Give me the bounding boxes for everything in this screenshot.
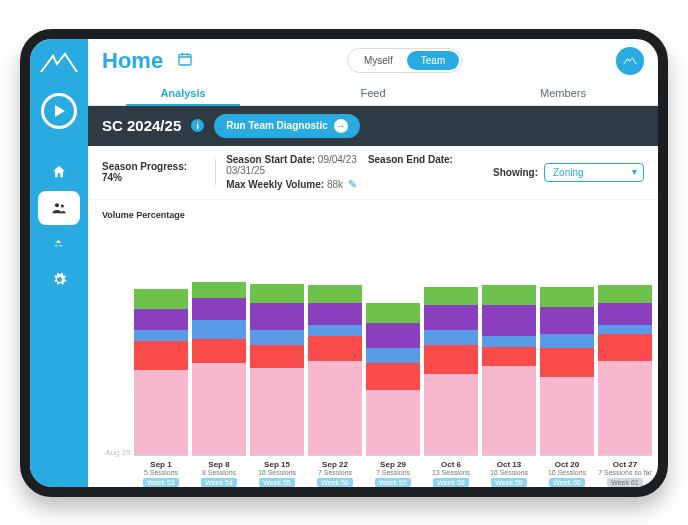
bar-segment xyxy=(366,363,420,390)
svg-rect-2 xyxy=(179,54,191,65)
bar-segment xyxy=(598,303,652,325)
prev-week-ghost: Aug 25 xyxy=(102,448,134,457)
info-icon[interactable]: i xyxy=(191,119,204,132)
bar-sessions: 5 Sessions xyxy=(144,469,178,476)
bar-week[interactable]: Oct 277 Sessions so farWeek 61 xyxy=(598,276,652,487)
bar-date: Oct 27 xyxy=(613,460,637,469)
max-volume-label: Max Weekly Volume: xyxy=(226,179,324,190)
nav-home[interactable] xyxy=(38,155,80,189)
bar-date: Sep 1 xyxy=(150,460,171,469)
end-date-label: Season End Date: xyxy=(368,154,453,165)
week-badge[interactable]: Week 57 xyxy=(375,478,411,487)
start-date-label: Season Start Date: xyxy=(226,154,315,165)
progress-label: Season Progress: xyxy=(102,161,187,172)
week-badge[interactable]: Week 56 xyxy=(317,478,353,487)
play-icon xyxy=(55,105,65,117)
bar-segment xyxy=(424,345,478,374)
nav-team[interactable] xyxy=(38,191,80,225)
bar-segment xyxy=(134,330,188,341)
chart-section: Volume Percentage Aug 25 Sep 15 Sessions… xyxy=(88,200,658,487)
week-badge[interactable]: Week 61 xyxy=(607,478,643,487)
bar-segment xyxy=(134,289,188,309)
tab-members[interactable]: Members xyxy=(468,79,658,105)
arrow-right-icon: → xyxy=(334,119,348,133)
end-date-value: 03/31/25 xyxy=(226,165,265,176)
bar-date: Oct 6 xyxy=(441,460,461,469)
bar-sessions: 8 Sessions xyxy=(202,469,236,476)
bar-week[interactable]: Oct 2010 SessionsWeek 60 xyxy=(540,276,594,487)
bar-segment xyxy=(424,374,478,455)
bar-segment xyxy=(540,307,594,334)
main-content: Home Myself Team Analysis Feed Members S… xyxy=(88,39,658,487)
bar-week[interactable]: Sep 227 SessionsWeek 56 xyxy=(308,276,362,487)
bar-date: Oct 13 xyxy=(497,460,521,469)
bar-segment xyxy=(366,390,420,455)
bar-segment xyxy=(192,339,246,362)
progress-value: 74% xyxy=(102,172,122,183)
bar-segment xyxy=(424,330,478,344)
record-button[interactable] xyxy=(41,93,77,129)
topbar: Home Myself Team xyxy=(88,39,658,79)
bar-sessions: 10 Sessions xyxy=(258,469,296,476)
bar-segment xyxy=(598,285,652,303)
bar-segment xyxy=(482,336,536,347)
bar-segment xyxy=(250,330,304,344)
week-badge[interactable]: Week 53 xyxy=(143,478,179,487)
bar-stack xyxy=(598,276,652,456)
app-logo xyxy=(39,49,79,79)
bar-segment xyxy=(598,361,652,455)
bar-segment xyxy=(308,361,362,455)
bar-week[interactable]: Sep 297 SessionsWeek 57 xyxy=(366,276,420,487)
run-diagnostic-button[interactable]: Run Team Diagnostic → xyxy=(214,114,360,138)
week-badge[interactable]: Week 54 xyxy=(201,478,237,487)
start-date-value: 09/04/23 xyxy=(318,154,357,165)
bar-stack xyxy=(134,276,188,456)
bar-week[interactable]: Sep 1510 SessionsWeek 55 xyxy=(250,276,304,487)
tab-feed[interactable]: Feed xyxy=(278,79,468,105)
bar-segment xyxy=(424,305,478,330)
bar-segment xyxy=(192,282,246,298)
week-badge[interactable]: Week 59 xyxy=(491,478,527,487)
bar-segment xyxy=(192,363,246,455)
tablet-frame: Home Myself Team Analysis Feed Members S… xyxy=(20,29,668,497)
profile-button[interactable] xyxy=(616,47,644,75)
home-icon xyxy=(51,164,67,180)
chart-title: Volume Percentage xyxy=(102,210,652,220)
bar-week[interactable]: Oct 613 SessionsWeek 58 xyxy=(424,276,478,487)
bar-date: Oct 20 xyxy=(555,460,579,469)
svg-point-0 xyxy=(55,203,59,207)
bar-segment xyxy=(482,285,536,305)
bar-week[interactable]: Sep 15 SessionsWeek 53 xyxy=(134,276,188,487)
bar-sessions: 10 Sessions xyxy=(490,469,528,476)
people-icon xyxy=(51,200,67,216)
bar-segment xyxy=(250,345,304,368)
bar-week[interactable]: Oct 1310 SessionsWeek 59 xyxy=(482,276,536,487)
calendar-button[interactable] xyxy=(177,51,193,71)
bar-segment xyxy=(366,323,420,348)
bar-date: Sep 15 xyxy=(264,460,290,469)
week-badge[interactable]: Week 58 xyxy=(433,478,469,487)
week-badge[interactable]: Week 55 xyxy=(259,478,295,487)
toggle-myself[interactable]: Myself xyxy=(350,51,407,70)
max-volume-value: 88k xyxy=(327,179,343,190)
edit-volume-button[interactable]: ✎ xyxy=(348,178,357,190)
bar-sessions: 7 Sessions xyxy=(376,469,410,476)
showing-select[interactable]: Zoning xyxy=(544,163,644,182)
tab-analysis[interactable]: Analysis xyxy=(88,79,278,105)
bar-segment xyxy=(308,285,362,303)
bar-segment xyxy=(134,341,188,370)
scope-toggle: Myself Team xyxy=(347,48,462,73)
bar-segment xyxy=(250,303,304,330)
toggle-team[interactable]: Team xyxy=(407,51,459,70)
nav-settings[interactable] xyxy=(38,263,80,297)
nav-activity[interactable] xyxy=(38,227,80,261)
bar-week[interactable]: Sep 88 SessionsWeek 54 xyxy=(192,276,246,487)
week-badge[interactable]: Week 60 xyxy=(549,478,585,487)
tab-bar: Analysis Feed Members xyxy=(88,79,658,106)
bar-stack xyxy=(482,276,536,456)
bar-segment xyxy=(192,320,246,340)
bar-date: Sep 8 xyxy=(208,460,229,469)
bar-segment xyxy=(598,325,652,334)
bar-segment xyxy=(482,366,536,454)
bar-segment xyxy=(540,287,594,307)
